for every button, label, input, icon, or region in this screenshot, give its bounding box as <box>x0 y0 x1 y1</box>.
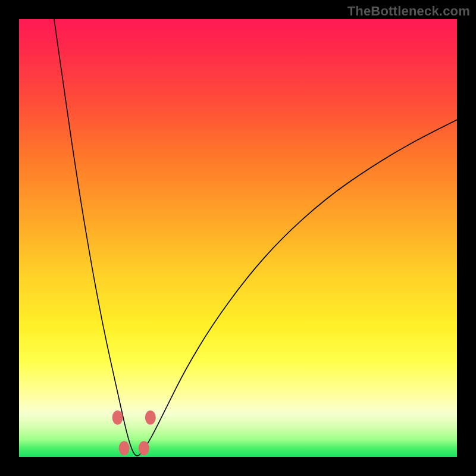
curve-marker <box>139 441 149 455</box>
curve-marker <box>145 411 156 425</box>
bottleneck-curve <box>54 19 457 456</box>
watermark-text: TheBottleneck.com <box>347 4 470 19</box>
curve-marker <box>119 441 130 455</box>
markers-group <box>112 411 156 456</box>
plot-area <box>19 19 457 457</box>
curve-marker <box>112 411 123 425</box>
chart-svg <box>19 19 457 457</box>
chart-frame: TheBottleneck.com <box>0 0 476 476</box>
